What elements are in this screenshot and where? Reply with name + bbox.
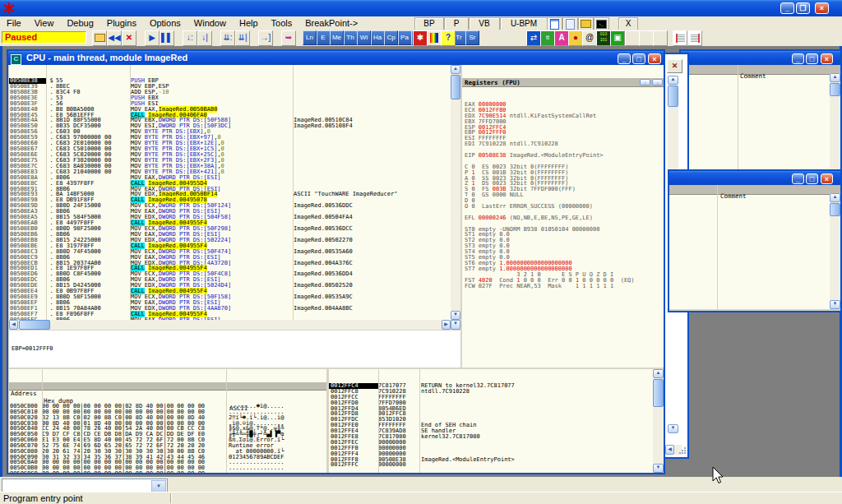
side-narrow-vscrollbar[interactable]: ▲ xyxy=(668,76,678,174)
menu-item-file[interactable]: File xyxy=(0,16,28,29)
disasm-row[interactable]: 00508E3E.53PUSH EBX xyxy=(9,95,451,101)
minimize-button[interactable]: _ xyxy=(780,2,794,14)
disasm-corner-button[interactable]: ▼ xyxy=(451,320,460,330)
register-line[interactable]: EIP 00508E38 ImageRed.<ModuleEntryPoint> xyxy=(465,153,664,159)
stack-vscrollbar[interactable]: ▲ ▼ xyxy=(653,369,664,473)
step-over-button[interactable]: ↓| xyxy=(197,30,212,46)
plugin-button-bp[interactable]: BP xyxy=(414,17,444,30)
disasm-row[interactable]: 00508E3B.83C4 F0ADD ESP,-10 xyxy=(9,90,451,95)
panel-button-wi[interactable]: Wi xyxy=(357,30,371,45)
disasm-row[interactable]: 00508E83.C683 21040000 00MOV BYTE PTR DS… xyxy=(9,169,451,175)
side-mid-scrollbar[interactable]: ▲ ▼ xyxy=(830,193,840,309)
combo-dropdown-button[interactable]: ▼ xyxy=(151,480,166,492)
ascii-table-icon[interactable]: A xyxy=(554,30,569,46)
disasm-row[interactable]: 00508EB0.8B0D 98F25000MOV ECX,DWORD PTR … xyxy=(9,226,451,232)
side-top-scrollbar[interactable]: ▲ ▼ xyxy=(830,73,840,181)
side-narrow-down-button[interactable]: ▼ xyxy=(668,424,678,433)
plugin-toolbar-close-button[interactable]: X xyxy=(618,17,638,30)
open-folder-icon[interactable] xyxy=(578,17,594,30)
execute-till-return-button[interactable]: →] xyxy=(258,30,273,46)
console-icon[interactable]: ›_ xyxy=(594,17,609,30)
window-icon[interactable]: ▣ xyxy=(610,30,625,46)
side-top-close-button[interactable]: × xyxy=(821,52,833,65)
panel-button-me[interactable]: Me xyxy=(330,30,344,45)
cpu-close-button[interactable]: × xyxy=(648,52,661,65)
registers-next-button[interactable]: ‹ xyxy=(652,79,663,86)
stack-pane[interactable]: 0012FFC47C817077RETURN to kernel32.7C817… xyxy=(329,369,653,473)
dump-pane[interactable]: Address Hex dump ASCII 0050C00000 00 00 … xyxy=(9,369,326,473)
panel-button-ha[interactable]: Ha xyxy=(371,30,385,45)
side-mid-maximize-button[interactable]: □ xyxy=(806,172,818,185)
pause-button[interactable]: ▌▌ xyxy=(160,30,174,46)
side-mid-minimize-button[interactable]: _ xyxy=(792,172,804,185)
menu-item-plugins[interactable]: Plugins xyxy=(100,16,143,29)
disasm-row[interactable]: 00508ED6.8B0D C8F45000MOV ECX,DWORD PTR … xyxy=(9,271,451,277)
panel-button-ln[interactable]: Ln xyxy=(303,30,317,45)
side-narrow-close-button[interactable]: ✕ xyxy=(667,59,682,73)
step-into-button[interactable]: ↓: xyxy=(183,30,197,46)
disasm-row[interactable]: 00508EE9.8B0D 58F15000MOV ECX,DWORD PTR … xyxy=(9,294,451,300)
notes-icon[interactable] xyxy=(562,17,578,30)
help-icon[interactable]: ? xyxy=(441,30,456,46)
spiral-icon[interactable]: @ xyxy=(582,30,597,46)
register-line[interactable]: T 0 GS 0000 NULL xyxy=(465,192,664,198)
disasm-row[interactable]: 00508EF7.E8 F896F8FFCALL ImageRed.004955… xyxy=(9,312,451,317)
restore-button[interactable]: ❐ xyxy=(796,2,810,14)
close-button[interactable]: × xyxy=(815,2,829,14)
disasm-row[interactable]: 00508E8C.E8 4397F8FFCALL ImageRed.004955… xyxy=(9,181,451,187)
side-top-minimize-button[interactable]: _ xyxy=(792,52,804,65)
disasm-row[interactable]: 00508E9D.8B0D 24F15000MOV ECX,DWORD PTR … xyxy=(9,203,451,209)
cpu-maximize-button[interactable]: □ xyxy=(632,52,645,65)
menu-item-help[interactable]: Help xyxy=(233,16,265,29)
disasm-pane[interactable]: 00508E38$55PUSH EBP00508E39.8BECMOV EBP,… xyxy=(9,65,451,320)
menu-item-window[interactable]: Window xyxy=(187,16,233,29)
restart-button[interactable]: ◀◀ xyxy=(107,30,122,46)
dump-row[interactable]: 0050C0C000 00 00 00|00 00 00 00|00 00 00… xyxy=(9,471,326,473)
info-pane[interactable]: EBP=0012FFF0 xyxy=(9,331,460,368)
disasm-row[interactable]: 00508EC3.8B0D 74F45000MOV ECX,DWORD PTR … xyxy=(9,249,451,255)
close-program-button[interactable]: ✕ xyxy=(122,30,136,46)
side-window-top-titlebar[interactable]: _ □ × xyxy=(681,51,840,65)
register-line[interactable]: O 0 LastErr ERROR_SUCCESS (00000000) xyxy=(465,204,664,210)
list-icon-1[interactable] xyxy=(673,30,687,46)
panel-button-e[interactable]: E xyxy=(317,30,331,45)
list-icon-2[interactable] xyxy=(687,30,702,46)
animate-into-button[interactable]: ⇊: xyxy=(220,30,235,46)
menu-item-debug[interactable]: Debug xyxy=(60,16,99,29)
register-line[interactable]: EFL 00000246 (NO,NB,E,BE,NS,PE,GE,LE) xyxy=(465,215,664,221)
cpu-titlebar[interactable]: C CPU - main thread, module ImageRed _ □… xyxy=(8,51,664,65)
side-top-maximize-button[interactable]: □ xyxy=(806,52,818,65)
cpu-minimize-button[interactable]: _ xyxy=(618,52,631,65)
panel-button-th[interactable]: Th xyxy=(344,30,358,45)
plugin-button-u-bpm[interactable]: U-BPM xyxy=(500,17,548,30)
register-line[interactable]: EDI 7C910228 ntdll.7C910228 xyxy=(465,141,664,147)
panel-button-pa[interactable]: Pa xyxy=(398,30,412,45)
log-data-icon[interactable] xyxy=(547,17,562,30)
command-combobox[interactable]: ▼ xyxy=(2,479,168,492)
swap-arrows-icon[interactable]: ⇄ xyxy=(526,30,541,46)
options-gear-icon[interactable]: ✱ xyxy=(413,30,428,46)
menu-item-view[interactable]: View xyxy=(28,16,61,29)
plugin-button-vb[interactable]: VB xyxy=(469,17,500,30)
menu-item-tools[interactable]: Tools xyxy=(265,16,299,29)
disasm-row[interactable]: 00508E38$55PUSH EBP xyxy=(9,78,451,84)
disasm-hscrollbar[interactable]: ◀ ▶ xyxy=(9,320,451,330)
run-button[interactable]: ▶ xyxy=(145,30,160,46)
menu-item-breakpoint[interactable]: BreakPoint-> xyxy=(298,16,364,29)
plugin-button-p[interactable]: P xyxy=(444,17,469,30)
side-window-middle-titlebar[interactable]: _ □ × xyxy=(669,171,840,185)
disasm-vscrollbar[interactable]: ▲ ▼ xyxy=(451,65,460,320)
menu-item-options[interactable]: Options xyxy=(143,16,187,29)
side-mid-close-button[interactable]: × xyxy=(821,172,833,185)
registers-pane[interactable]: Registers (FPU) ‹ ‹ EAX 00000000ECX 0012… xyxy=(462,65,664,368)
binary-icon[interactable]: 010101 xyxy=(596,30,611,46)
threads-icon[interactable]: tt xyxy=(540,30,555,46)
resize-grip[interactable] xyxy=(679,447,686,454)
breakpoint-icon[interactable]: ● xyxy=(568,30,583,46)
appearance-icon[interactable] xyxy=(427,30,442,46)
go-to-address-button[interactable]: ➥ xyxy=(281,30,296,46)
register-line[interactable]: FCW 027F Prec NEAR,53 Mask 1 1 1 1 1 1 xyxy=(465,284,664,289)
animate-over-button[interactable]: ⇊| xyxy=(235,30,250,46)
open-file-button[interactable] xyxy=(92,30,107,46)
panel-button-cp[interactable]: Cp xyxy=(384,30,398,45)
